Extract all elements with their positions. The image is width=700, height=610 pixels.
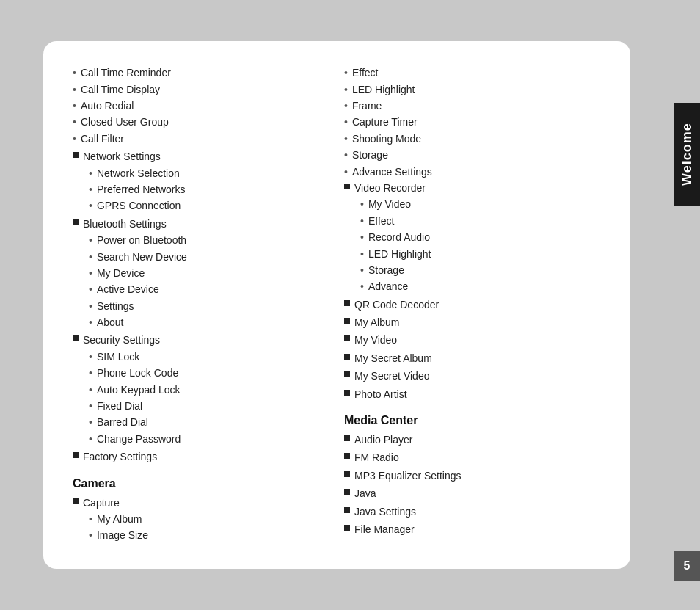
section-item: Photo Artist (344, 386, 601, 402)
section-label: Bluetooth Settings (83, 216, 167, 232)
list-item: •Image Size (89, 527, 329, 543)
page-number-tab: 5 (674, 551, 700, 581)
section-label: Audio Player (354, 432, 412, 448)
list-item: •Capture Timer (344, 114, 601, 130)
item-label: Search New Device (97, 249, 187, 265)
media-center-list: Audio Player FM Radio MP3 Equalizer Sett… (344, 432, 601, 539)
section-label: QR Code Decoder (354, 297, 439, 313)
section-label: FM Radio (354, 449, 399, 465)
bullet-dot: • (73, 98, 76, 114)
section-item: My Video (344, 332, 601, 348)
list-item: •Call Time Reminder •Call Time Display •… (73, 65, 329, 147)
section-label: Java Settings (354, 504, 416, 520)
square-bullet (344, 390, 350, 396)
list-item: •Auto Keypad Lock (89, 382, 329, 398)
list-item: •Auto Redial (73, 98, 329, 114)
section-label: My Secret Album (354, 350, 432, 366)
bullet-dot: • (344, 65, 348, 81)
list-item: •Closed User Group (73, 114, 329, 130)
list-item: Video Recorder •My Video •Effect •Record… (344, 180, 601, 295)
sub-list: •Network Selection •Preferred Networks •… (73, 165, 329, 214)
list-item: Audio Player (344, 432, 601, 448)
list-item: QR Code Decoder (344, 297, 601, 313)
item-label: Active Device (97, 281, 159, 297)
list-item: •Active Device (89, 281, 329, 297)
section-label: Network Settings (83, 148, 161, 164)
bullet-dot: • (89, 414, 92, 430)
item-label: About (97, 314, 124, 330)
list-item: •Search New Device (89, 249, 329, 265)
item-label: Effect (368, 213, 395, 229)
section-label: Capture (83, 495, 120, 511)
sub-list: •SIM Lock •Phone Lock Code •Auto Keypad … (73, 349, 329, 447)
left-sections-list: Network Settings •Network Selection •Pre… (73, 148, 329, 466)
bullet-dot: • (73, 114, 76, 130)
list-item: My Video (344, 332, 601, 348)
section-label: My Secret Video (354, 368, 429, 384)
list-item: •Preferred Networks (89, 181, 329, 197)
list-item: •Call Time Display (73, 81, 329, 98)
item-label: Change Password (97, 431, 181, 447)
bullet-dot: • (360, 262, 364, 278)
list-item: Factory Settings (73, 449, 329, 465)
main-card: •Call Time Reminder •Call Time Display •… (43, 41, 630, 569)
section-item: Audio Player (344, 432, 601, 448)
list-item: •SIM Lock (89, 349, 329, 365)
list-item: Network Settings •Network Selection •Pre… (73, 148, 329, 214)
bullet-dot: • (344, 147, 348, 163)
list-item: •Advance Settings (344, 164, 601, 180)
right-column: •Effect •LED Highlight •Frame •Capture T… (344, 65, 601, 545)
page-container: •Call Time Reminder •Call Time Display •… (0, 0, 700, 610)
list-item: •My Video (360, 196, 601, 212)
list-item: My Secret Video (344, 368, 601, 384)
section-item: Capture (73, 495, 329, 511)
item-label: LED Highlight (368, 246, 431, 262)
sub-list: •My Album •Image Size (73, 511, 329, 544)
section-label: Video Recorder (354, 180, 426, 196)
square-bullet (344, 435, 350, 441)
item-label: LED Highlight (352, 81, 415, 98)
square-bullet (73, 335, 79, 341)
bullet-dot: • (89, 165, 92, 181)
list-item: Capture •My Album •Image Size (73, 495, 329, 544)
item-label: Call Time Display (81, 81, 160, 98)
bullet-dot: • (89, 298, 92, 314)
right-sections-list: Video Recorder •My Video •Effect •Record… (344, 180, 601, 404)
item-label: Barred Dial (97, 414, 148, 430)
list-item: Security Settings •SIM Lock •Phone Lock … (73, 332, 329, 447)
bullet-dot: • (89, 232, 92, 248)
section-label: MP3 Equalizer Settings (354, 468, 462, 484)
section-label: File Manager (354, 521, 415, 537)
square-bullet (344, 489, 350, 495)
square-bullet (73, 152, 79, 158)
section-item: Video Recorder (344, 180, 601, 196)
square-bullet (344, 335, 350, 341)
list-item: Java Settings (344, 504, 601, 520)
sub-list: •Power on Bluetooth •Search New Device •… (73, 232, 329, 330)
item-label: Closed User Group (81, 114, 169, 130)
section-label: Java (354, 485, 376, 501)
list-item: My Secret Album (344, 350, 601, 366)
list-item: Photo Artist (344, 386, 601, 402)
bullet-dot: • (89, 314, 92, 330)
section-label: Photo Artist (354, 386, 407, 402)
section-item: MP3 Equalizer Settings (344, 468, 601, 484)
list-item: My Album (344, 314, 601, 330)
bullet-dot: • (89, 398, 92, 414)
square-bullet (73, 498, 79, 504)
item-label: Image Size (97, 527, 148, 543)
bullet-dot: • (344, 114, 348, 130)
list-item: •Fixed Dial (89, 398, 329, 414)
list-item: •Record Audio (360, 229, 601, 245)
square-bullet (344, 507, 350, 513)
section-item: Security Settings (73, 332, 329, 348)
list-item: •LED Highlight (344, 81, 601, 98)
item-label: Phone Lock Code (97, 365, 178, 381)
sub-list: •My Video •Effect •Record Audio •LED Hig… (344, 196, 601, 294)
list-item: •Shooting Mode (344, 131, 601, 147)
item-label: Capture Timer (352, 114, 418, 130)
item-label: Settings (97, 298, 134, 314)
list-item: •Settings (89, 298, 329, 314)
list-item: •Call Time Reminder (73, 65, 329, 81)
item-label: My Album (97, 511, 142, 527)
